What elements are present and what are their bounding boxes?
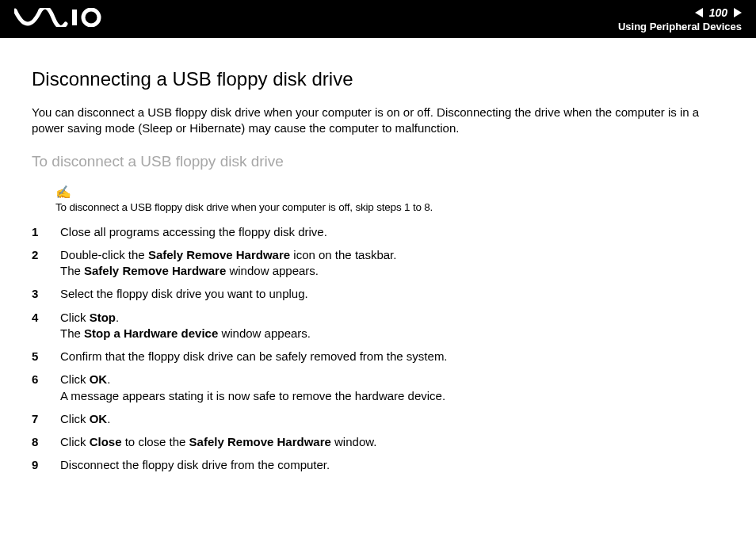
step-row: 4Click Stop.The Stop a Hardware device w…	[32, 310, 724, 342]
step-body: Click Stop.The Stop a Hardware device wi…	[60, 310, 724, 342]
step-row: 5Confirm that the floppy disk drive can …	[32, 349, 724, 364]
subtitle: To disconnect a USB floppy disk drive	[32, 153, 724, 170]
step-body: Double-click the Safely Remove Hardware …	[60, 247, 724, 280]
note-block: ✍ To disconnect a USB floppy disk drive …	[55, 185, 724, 213]
section-title: Using Peripheral Devices	[618, 21, 742, 32]
header-bar: 100 Using Peripheral Devices	[0, 0, 756, 38]
step-body: Click OK.A message appears stating it is…	[60, 372, 724, 404]
step-row: 6Click OK.A message appears stating it i…	[32, 372, 724, 404]
step-body: Disconnect the floppy disk drive from th…	[60, 457, 724, 473]
step-number: 1	[32, 224, 60, 240]
intro-paragraph: You can disconnect a USB floppy disk dri…	[32, 105, 724, 137]
step-row: 7Click OK.	[32, 411, 724, 427]
step-number: 3	[32, 286, 60, 302]
step-row: 1Close all programs accessing the floppy…	[32, 224, 724, 240]
header-right: 100 Using Peripheral Devices	[618, 6, 742, 32]
page-title: Disconnecting a USB floppy disk drive	[32, 68, 724, 90]
pencil-note-icon: ✍	[55, 185, 724, 200]
step-number: 2	[32, 247, 60, 280]
step-number: 9	[32, 457, 60, 473]
step-number: 7	[32, 411, 60, 427]
step-row: 9Disconnect the floppy disk drive from t…	[32, 457, 724, 473]
step-body: Close all programs accessing the floppy …	[60, 224, 724, 240]
svg-rect-0	[72, 10, 77, 25]
step-row: 2Double-click the Safely Remove Hardware…	[32, 247, 724, 280]
step-row: 3Select the floppy disk drive you want t…	[32, 286, 724, 302]
step-number: 6	[32, 372, 60, 404]
vaio-logo-svg	[14, 8, 101, 27]
step-number: 5	[32, 349, 60, 364]
page-number: 100	[709, 6, 727, 19]
step-body: Click OK.	[60, 411, 724, 427]
svg-point-1	[83, 10, 99, 25]
page-content: Disconnecting a USB floppy disk drive Yo…	[0, 38, 756, 474]
step-number: 4	[32, 310, 60, 342]
steps-list: 1Close all programs accessing the floppy…	[32, 224, 724, 474]
note-text: To disconnect a USB floppy disk drive wh…	[55, 201, 724, 213]
step-body: Confirm that the floppy disk drive can b…	[60, 349, 724, 364]
step-body: Select the floppy disk drive you want to…	[60, 286, 724, 302]
step-number: 8	[32, 434, 60, 450]
next-page-arrow-icon[interactable]	[734, 8, 742, 17]
step-row: 8Click Close to close the Safely Remove …	[32, 434, 724, 450]
step-body: Click Close to close the Safely Remove H…	[60, 434, 724, 450]
page-navigator: 100	[695, 6, 742, 19]
vaio-logo	[14, 8, 101, 30]
prev-page-arrow-icon[interactable]	[695, 8, 703, 17]
